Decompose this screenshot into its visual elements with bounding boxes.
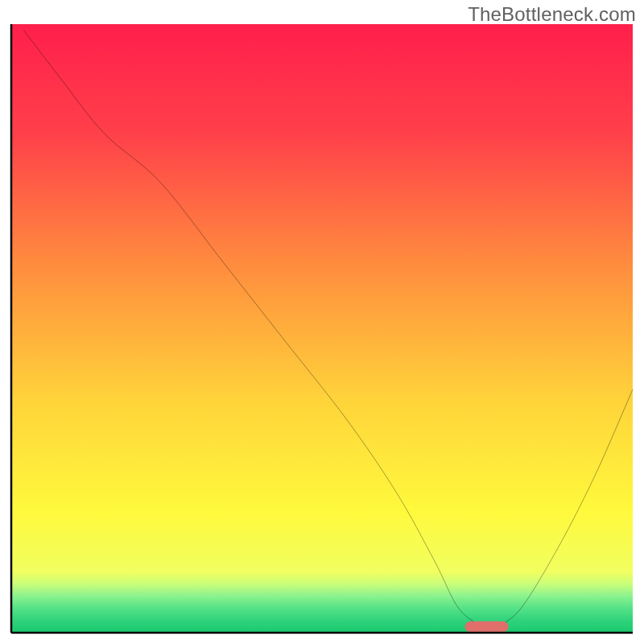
watermark-text: TheBottleneck.com: [468, 3, 636, 26]
chart-container: TheBottleneck.com: [0, 0, 644, 644]
axes: [11, 24, 633, 633]
plot-area: [11, 24, 633, 633]
